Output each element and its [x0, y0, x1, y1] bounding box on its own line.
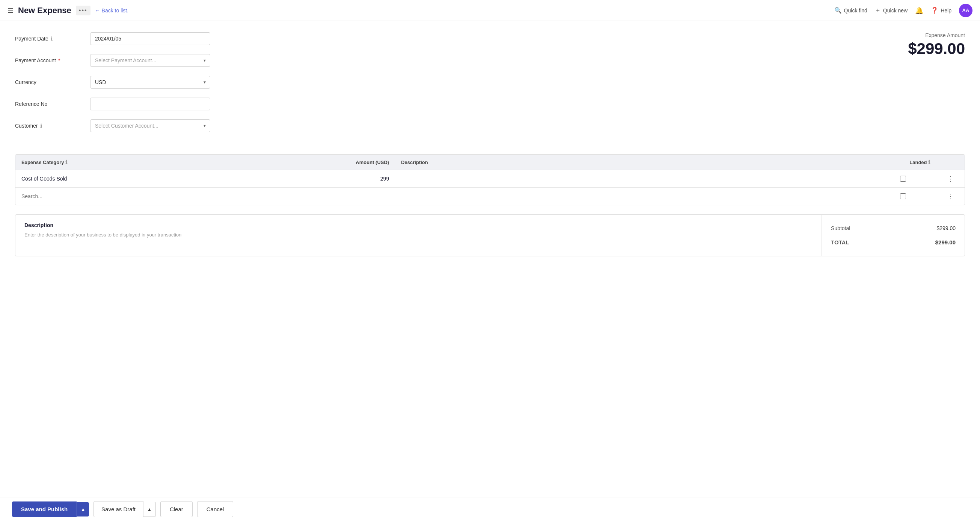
form-fields: Payment Date ℹ Payment Account * Select …: [15, 32, 867, 141]
reference-no-label: Reference No: [15, 101, 83, 107]
payment-account-select[interactable]: Select Payment Account...: [90, 54, 210, 67]
avatar[interactable]: AA: [959, 4, 972, 17]
category-header: Expense Category ℹ: [15, 155, 253, 170]
quick-find-label: Quick find: [844, 8, 867, 14]
table-header-row: Expense Category ℹ Amount (USD) Descript…: [15, 155, 965, 170]
table-header: Expense Category ℹ Amount (USD) Descript…: [15, 155, 965, 170]
amount-cell: 299: [253, 170, 395, 188]
page-title: New Expense: [18, 6, 72, 15]
search-landed-checkbox[interactable]: [900, 193, 906, 199]
search-actions-cell: ⋮: [936, 188, 965, 205]
amount-value: 299: [380, 176, 389, 182]
payment-date-input[interactable]: [90, 32, 210, 45]
landed-info-icon: ℹ: [928, 159, 930, 165]
payment-date-label: Payment Date ℹ: [15, 36, 83, 42]
notification-icon[interactable]: 🔔: [915, 6, 923, 14]
more-options-icon[interactable]: •••: [76, 6, 91, 15]
payment-account-label: Payment Account *: [15, 57, 83, 64]
customer-row: Customer ℹ Select Customer Account... ▾: [15, 119, 867, 132]
expense-table: Expense Category ℹ Amount (USD) Descript…: [15, 155, 965, 205]
help-icon: ❓: [931, 7, 938, 14]
quick-new-label: Quick new: [883, 8, 908, 14]
plus-icon: ＋: [875, 6, 881, 14]
expense-amount-value: $299.00: [882, 40, 965, 58]
total-label: TOTAL: [831, 239, 850, 246]
header-left: ☰ New Expense ••• ← Back to list.: [8, 6, 834, 15]
actions-header: [936, 155, 965, 170]
description-hint: Enter the description of your business t…: [24, 232, 813, 238]
search-icon: 🔍: [834, 7, 842, 14]
payment-date-info-icon: ℹ: [51, 36, 52, 42]
quick-find-button[interactable]: 🔍 Quick find: [834, 7, 867, 14]
currency-label: Currency: [15, 79, 83, 85]
search-amount-cell: [253, 188, 395, 205]
main-content: Payment Date ℹ Payment Account * Select …: [0, 21, 980, 497]
currency-select[interactable]: USD: [90, 76, 210, 89]
expense-amount-panel: Expense Amount $299.00: [882, 32, 965, 141]
form-section: Payment Date ℹ Payment Account * Select …: [15, 32, 965, 141]
bottom-section: Description Enter the description of you…: [15, 214, 965, 256]
category-info-icon: ℹ: [65, 159, 67, 165]
expense-table-container: Expense Category ℹ Amount (USD) Descript…: [15, 154, 965, 205]
search-landed-cell: [870, 188, 936, 205]
category-search-input[interactable]: [21, 193, 247, 199]
subtotal-row: Subtotal $299.00: [831, 222, 956, 234]
row-description-input[interactable]: [401, 176, 864, 182]
required-indicator: *: [58, 57, 60, 64]
customer-select-wrapper: Select Customer Account... ▾: [90, 119, 210, 132]
amount-header: Amount (USD): [253, 155, 395, 170]
description-cell[interactable]: [395, 170, 870, 188]
table-row: Cost of Goods Sold 299 ⋮: [15, 170, 965, 188]
customer-label: Customer ℹ: [15, 123, 83, 129]
landed-checkbox[interactable]: [900, 176, 906, 182]
payment-date-row: Payment Date ℹ: [15, 32, 867, 45]
table-body: Cost of Goods Sold 299 ⋮: [15, 170, 965, 205]
form-divider: [15, 145, 965, 145]
currency-select-wrapper: USD ▾: [90, 76, 210, 89]
total-value: $299.00: [935, 239, 956, 246]
subtotal-value: $299.00: [937, 225, 956, 231]
reference-no-input[interactable]: [90, 98, 210, 110]
totals-panel: Subtotal $299.00 TOTAL $299.00: [822, 215, 965, 256]
currency-row: Currency USD ▾: [15, 76, 867, 89]
landed-cell: [870, 170, 936, 188]
search-row-more-icon[interactable]: ⋮: [947, 192, 954, 200]
help-button[interactable]: ❓ Help: [931, 7, 951, 14]
payment-account-select-wrapper: Select Payment Account... ▾: [90, 54, 210, 67]
description-panel: Description Enter the description of you…: [15, 215, 822, 256]
search-description-cell: [395, 188, 870, 205]
header-right: 🔍 Quick find ＋ Quick new 🔔 ❓ Help AA: [834, 4, 972, 17]
quick-new-button[interactable]: ＋ Quick new: [875, 6, 908, 14]
category-value: Cost of Goods Sold: [21, 176, 67, 182]
description-header: Description: [395, 155, 870, 170]
payment-account-row: Payment Account * Select Payment Account…: [15, 54, 867, 67]
search-row: ⋮: [15, 188, 965, 205]
menu-icon[interactable]: ☰: [8, 6, 14, 14]
search-category-cell[interactable]: [15, 188, 253, 205]
row-actions-cell: ⋮: [936, 170, 965, 188]
expense-amount-label: Expense Amount: [882, 32, 965, 38]
back-to-list-link[interactable]: ← Back to list.: [95, 8, 129, 14]
help-label: Help: [940, 8, 951, 14]
reference-no-row: Reference No: [15, 98, 867, 110]
category-cell: Cost of Goods Sold: [15, 170, 253, 188]
app-header: ☰ New Expense ••• ← Back to list. 🔍 Quic…: [0, 0, 980, 21]
landed-header: Landed ℹ: [870, 155, 936, 170]
description-title: Description: [24, 222, 813, 228]
customer-info-icon: ℹ: [40, 123, 42, 129]
row-more-icon[interactable]: ⋮: [947, 175, 954, 183]
subtotal-label: Subtotal: [831, 225, 850, 231]
total-row: TOTAL $299.00: [831, 236, 956, 248]
customer-select[interactable]: Select Customer Account...: [90, 119, 210, 132]
